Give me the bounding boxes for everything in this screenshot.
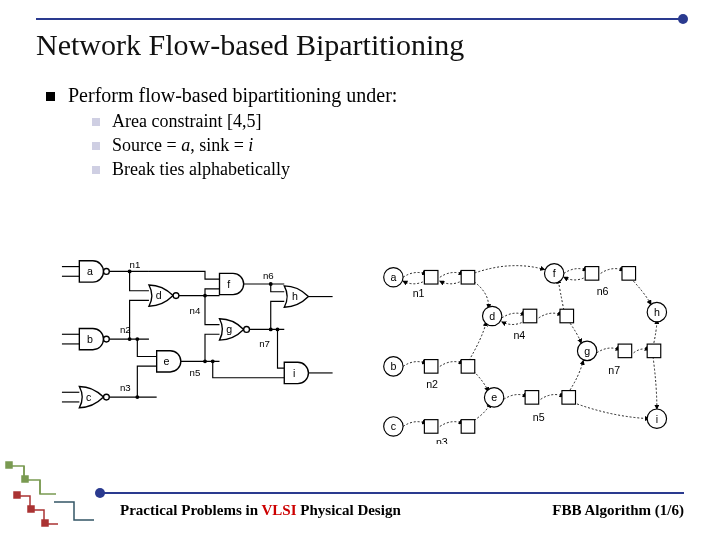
footer-left-post: Physical Design [297, 502, 401, 518]
svg-rect-45 [562, 391, 576, 405]
svg-point-23 [211, 359, 215, 363]
label-n4: n4 [190, 305, 201, 316]
fd: d [489, 310, 495, 322]
gate-b: b [62, 328, 109, 349]
svg-point-18 [128, 337, 132, 341]
fn4: n4 [513, 329, 525, 341]
svg-rect-38 [424, 360, 438, 374]
fn3: n3 [436, 436, 448, 444]
svg-rect-42 [523, 309, 537, 323]
header-rule [36, 18, 684, 20]
gate-g: g [205, 296, 249, 362]
label-n7: n7 [259, 338, 270, 349]
ff: f [553, 267, 556, 279]
gate-circuit: a b c n1 n2 n3 d [60, 250, 350, 434]
label-b: b [87, 333, 93, 345]
sub2-mid: , sink = [190, 135, 248, 155]
svg-rect-39 [461, 360, 475, 374]
label-n3: n3 [120, 382, 131, 393]
svg-rect-48 [618, 344, 632, 358]
label-c: c [86, 391, 92, 403]
svg-point-17 [128, 270, 132, 274]
fa: a [390, 271, 396, 283]
svg-point-25 [269, 328, 273, 332]
label-n6: n6 [263, 270, 274, 281]
label-e: e [163, 355, 169, 367]
footer-rule [100, 492, 684, 494]
svg-rect-40 [424, 420, 438, 434]
footer-right: FBB Algorithm (1/6) [552, 502, 684, 519]
gate-a: a [62, 261, 109, 282]
flow-graph: a b c d e f g h i n1 n2 n3 n4 [374, 250, 684, 444]
svg-rect-43 [560, 309, 574, 323]
gate-d: d [130, 271, 179, 339]
fi: i [656, 413, 658, 425]
svg-point-26 [276, 328, 280, 332]
label-n1: n1 [130, 259, 141, 270]
label-i: i [293, 367, 295, 379]
fn2: n2 [426, 378, 438, 390]
gate-c: c [62, 386, 109, 407]
footer-left-vlsi: VLSI [262, 502, 297, 518]
fh: h [654, 306, 660, 318]
footer-left: Practical Problems in VLSI Physical Desi… [120, 502, 401, 519]
svg-rect-37 [461, 270, 475, 284]
bullet-sub-3: Break ties alphabetically [92, 159, 680, 180]
svg-rect-50 [6, 462, 12, 468]
svg-rect-47 [622, 267, 636, 281]
svg-point-21 [203, 294, 207, 298]
bullet-main-text: Perform flow-based bipartitioning under: [68, 84, 397, 106]
sub2-i: i [248, 135, 253, 155]
fn7: n7 [608, 364, 620, 376]
svg-point-24 [269, 282, 273, 286]
svg-rect-36 [424, 270, 438, 284]
label-a: a [87, 265, 93, 277]
fc: c [391, 420, 397, 432]
svg-rect-51 [22, 476, 28, 482]
fn6: n6 [597, 285, 609, 297]
gate-h: h [271, 284, 333, 329]
bullet-sub-1: Area constraint [4,5] [92, 111, 680, 132]
slide-title: Network Flow-based Bipartitioning [36, 28, 464, 62]
svg-rect-44 [525, 391, 539, 405]
gate-e: e [137, 339, 181, 397]
fn5: n5 [533, 411, 545, 423]
label-f: f [227, 278, 230, 290]
svg-point-19 [135, 337, 139, 341]
body-content: Perform flow-based bipartitioning under:… [44, 84, 680, 184]
fn1: n1 [413, 287, 425, 299]
label-n5: n5 [190, 367, 201, 378]
label-g: g [226, 323, 232, 335]
svg-point-20 [135, 395, 139, 399]
sub2-a: a [181, 135, 190, 155]
svg-rect-49 [647, 344, 661, 358]
label-d: d [156, 289, 162, 301]
bullet-main: Perform flow-based bipartitioning under:… [44, 84, 680, 180]
label-h: h [292, 290, 298, 302]
fe: e [491, 391, 497, 403]
footer: Practical Problems in VLSI Physical Desi… [0, 492, 720, 530]
footer-left-pre: Practical Problems in [120, 502, 262, 518]
svg-rect-46 [585, 267, 599, 281]
figures-row: a b c n1 n2 n3 d [60, 250, 680, 444]
svg-point-22 [203, 359, 207, 363]
sub2-prefix: Source = [112, 135, 181, 155]
svg-rect-41 [461, 420, 475, 434]
fb: b [390, 360, 396, 372]
bullet-sub-2: Source = a, sink = i [92, 135, 680, 156]
fg: g [584, 345, 590, 357]
